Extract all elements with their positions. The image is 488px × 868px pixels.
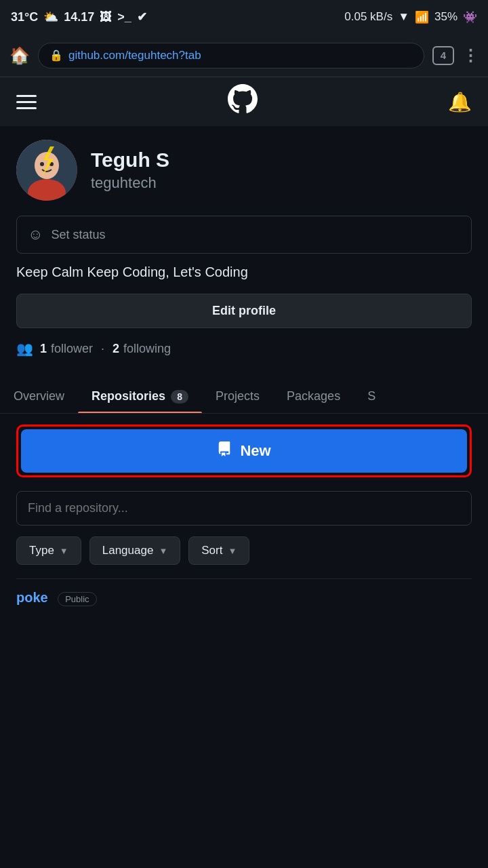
battery: 35% (434, 10, 458, 24)
search-input[interactable] (28, 501, 460, 515)
type-filter-label: Type (29, 544, 54, 557)
profile-name: Teguh S (91, 149, 169, 172)
notifications-icon[interactable]: 🔔 (448, 91, 472, 113)
browser-bar: 🏠 🔒 github.com/teguhtech?tab 4 ⋮ (0, 34, 488, 77)
following-label: following (123, 342, 171, 356)
signal-icon: 📶 (415, 10, 429, 24)
repository-section: New Type ▼ Language ▼ Sort ▼ poke Public (0, 414, 488, 628)
set-status-label: Set status (51, 228, 105, 242)
network-speed: 0.05 kB/s (344, 10, 392, 24)
tab-packages-label: Packages (287, 389, 340, 403)
tab-stars[interactable]: S (354, 380, 389, 413)
tab-repositories[interactable]: Repositories 8 (78, 380, 202, 413)
tab-projects[interactable]: Projects (202, 380, 273, 413)
profile-header: Teguh S teguhtech (16, 140, 472, 201)
following-count: 2 (113, 342, 119, 356)
nav-bar: 🔔 (0, 77, 488, 126)
lock-icon: 🔒 (49, 49, 63, 62)
profile-section: Teguh S teguhtech ☺ Set status Keep Calm… (0, 126, 488, 380)
tab-packages[interactable]: Packages (273, 380, 354, 413)
terminal-icon: >_ (117, 10, 131, 24)
repo-icon (217, 441, 232, 460)
repo-name[interactable]: poke (16, 590, 48, 605)
github-logo (228, 84, 258, 120)
avatar (16, 140, 77, 201)
avatar-image (16, 140, 77, 201)
smiley-icon: ☺ (28, 226, 43, 243)
language-filter-label: Language (102, 544, 154, 557)
repositories-count-badge: 8 (171, 390, 188, 403)
time: 14.17 (64, 10, 94, 24)
set-status-button[interactable]: ☺ Set status (16, 216, 472, 254)
type-filter-button[interactable]: Type ▼ (16, 536, 81, 565)
tab-stars-label: S (367, 389, 375, 403)
tab-count[interactable]: 4 (432, 46, 454, 65)
people-icon: 👥 (16, 340, 33, 357)
profile-info: Teguh S teguhtech (91, 149, 169, 192)
new-repository-button[interactable]: New (21, 429, 467, 473)
status-bar: 31°C ⛅ 14.17 🖼 >_ ✔ 0.05 kB/s ▼ 📶 35% 👾 (0, 0, 488, 34)
follower-count: 1 (40, 342, 47, 356)
status-right: 0.05 kB/s ▼ 📶 35% 👾 (344, 10, 477, 24)
edit-profile-button[interactable]: Edit profile (16, 294, 472, 328)
hamburger-menu[interactable] (16, 95, 37, 109)
followers-row: 👥 1 follower · 2 following (16, 340, 472, 357)
follower-label: follower (51, 342, 93, 356)
profile-bio: Keep Calm Keep Coding, Let's Coding (16, 264, 472, 280)
repo-visibility-badge: Public (58, 592, 96, 606)
sort-filter-label: Sort (201, 544, 222, 557)
profile-username: teguhtech (91, 174, 169, 192)
tab-navigation: Overview Repositories 8 Projects Package… (0, 380, 488, 414)
status-left: 31°C ⛅ 14.17 🖼 >_ ✔ (11, 9, 147, 24)
svg-point-3 (40, 162, 44, 166)
new-button-label: New (240, 442, 270, 460)
tab-projects-label: Projects (216, 389, 260, 403)
notification-icon: 👾 (463, 10, 477, 24)
tab-overview-label: Overview (14, 389, 64, 403)
filter-row: Type ▼ Language ▼ Sort ▼ (16, 536, 472, 565)
home-icon[interactable]: 🏠 (9, 46, 30, 65)
download-icon: ✔ (137, 9, 147, 24)
more-options-icon[interactable]: ⋮ (462, 46, 479, 65)
wifi-icon: ▼ (398, 10, 409, 24)
tab-overview[interactable]: Overview (0, 380, 78, 413)
search-wrapper[interactable] (16, 491, 472, 526)
type-chevron-icon: ▼ (60, 546, 68, 556)
temperature: 31°C (11, 10, 38, 24)
photo-icon: 🖼 (100, 10, 112, 24)
sort-chevron-icon: ▼ (228, 546, 237, 556)
language-chevron-icon: ▼ (159, 546, 167, 556)
new-button-highlight: New (16, 425, 472, 477)
repo-list-item: poke Public (16, 578, 472, 617)
url-text: github.com/teguhtech?tab (68, 49, 201, 62)
weather-icon: ⛅ (43, 9, 58, 24)
language-filter-button[interactable]: Language ▼ (89, 536, 181, 565)
tab-repositories-label: Repositories (92, 389, 165, 403)
url-bar[interactable]: 🔒 github.com/teguhtech?tab (38, 43, 424, 68)
sort-filter-button[interactable]: Sort ▼ (188, 536, 249, 565)
separator: · (101, 342, 104, 356)
